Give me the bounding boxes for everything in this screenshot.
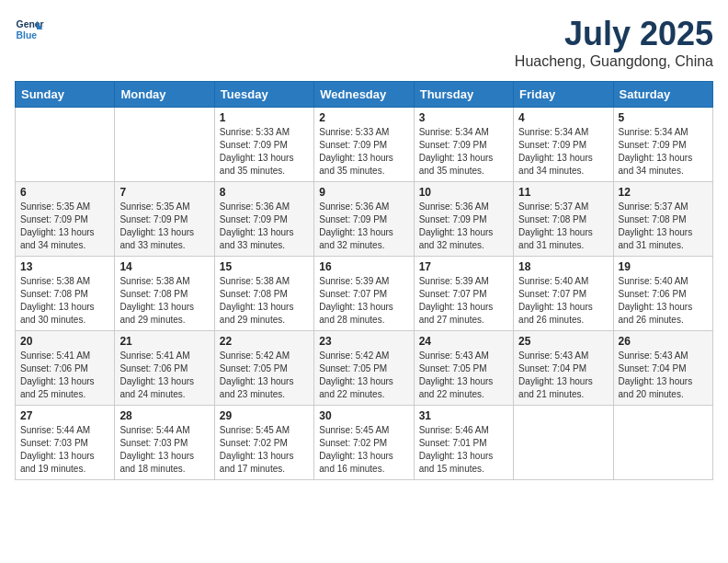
- day-number: 20: [20, 335, 109, 348]
- calendar-cell: 24Sunrise: 5:43 AMSunset: 7:05 PMDayligh…: [414, 331, 513, 406]
- month-title: July 2025: [515, 15, 713, 53]
- calendar-week-row: 1Sunrise: 5:33 AMSunset: 7:09 PMDaylight…: [16, 108, 713, 182]
- day-info: Sunrise: 5:39 AMSunset: 7:07 PMDaylight:…: [419, 275, 508, 327]
- calendar-cell: 4Sunrise: 5:34 AMSunset: 7:09 PMDaylight…: [514, 108, 613, 182]
- weekday-header: Friday: [514, 82, 613, 108]
- calendar-cell: 25Sunrise: 5:43 AMSunset: 7:04 PMDayligh…: [514, 331, 613, 406]
- day-info: Sunrise: 5:45 AMSunset: 7:02 PMDaylight:…: [220, 424, 309, 476]
- day-number: 12: [619, 186, 708, 199]
- day-number: 10: [419, 186, 508, 199]
- calendar-week-row: 13Sunrise: 5:38 AMSunset: 7:08 PMDayligh…: [16, 257, 713, 331]
- day-info: Sunrise: 5:42 AMSunset: 7:05 PMDaylight:…: [319, 350, 408, 401]
- calendar-cell: [16, 108, 115, 182]
- day-info: Sunrise: 5:38 AMSunset: 7:08 PMDaylight:…: [119, 275, 209, 327]
- calendar-cell: 31Sunrise: 5:46 AMSunset: 7:01 PMDayligh…: [414, 406, 513, 480]
- day-info: Sunrise: 5:43 AMSunset: 7:04 PMDaylight:…: [619, 350, 708, 401]
- day-info: Sunrise: 5:34 AMSunset: 7:09 PMDaylight:…: [518, 126, 608, 178]
- day-number: 14: [119, 260, 209, 273]
- calendar-cell: 22Sunrise: 5:42 AMSunset: 7:05 PMDayligh…: [214, 331, 313, 406]
- day-number: 24: [419, 335, 508, 348]
- day-info: Sunrise: 5:38 AMSunset: 7:08 PMDaylight:…: [20, 275, 109, 327]
- weekday-header: Saturday: [613, 82, 712, 108]
- logo-icon: General Blue: [15, 15, 44, 44]
- logo: General Blue: [15, 15, 44, 44]
- calendar-cell: 21Sunrise: 5:41 AMSunset: 7:06 PMDayligh…: [115, 331, 214, 406]
- calendar-cell: 16Sunrise: 5:39 AMSunset: 7:07 PMDayligh…: [314, 257, 414, 331]
- day-number: 16: [319, 260, 408, 273]
- svg-text:Blue: Blue: [17, 30, 38, 40]
- day-info: Sunrise: 5:41 AMSunset: 7:06 PMDaylight:…: [119, 350, 209, 401]
- weekday-header: Sunday: [16, 82, 115, 108]
- day-info: Sunrise: 5:35 AMSunset: 7:09 PMDaylight:…: [119, 201, 209, 252]
- calendar-cell: 13Sunrise: 5:38 AMSunset: 7:08 PMDayligh…: [16, 257, 115, 331]
- calendar-table: SundayMondayTuesdayWednesdayThursdayFrid…: [15, 81, 713, 480]
- day-number: 22: [220, 335, 309, 348]
- day-number: 26: [619, 335, 708, 348]
- weekday-header: Wednesday: [314, 82, 414, 108]
- day-number: 31: [419, 409, 508, 422]
- calendar-cell: 28Sunrise: 5:44 AMSunset: 7:03 PMDayligh…: [115, 406, 214, 480]
- calendar-cell: 17Sunrise: 5:39 AMSunset: 7:07 PMDayligh…: [414, 257, 513, 331]
- calendar-cell: 30Sunrise: 5:45 AMSunset: 7:02 PMDayligh…: [314, 406, 414, 480]
- day-number: 4: [518, 111, 608, 124]
- day-number: 23: [319, 335, 408, 348]
- day-number: 27: [20, 409, 109, 422]
- calendar-cell: 3Sunrise: 5:34 AMSunset: 7:09 PMDaylight…: [414, 108, 513, 182]
- calendar-cell: 7Sunrise: 5:35 AMSunset: 7:09 PMDaylight…: [115, 182, 214, 257]
- day-info: Sunrise: 5:37 AMSunset: 7:08 PMDaylight:…: [518, 201, 608, 252]
- day-number: 29: [220, 409, 309, 422]
- day-number: 28: [119, 409, 209, 422]
- day-info: Sunrise: 5:43 AMSunset: 7:04 PMDaylight:…: [518, 350, 608, 401]
- weekday-header: Monday: [115, 82, 214, 108]
- day-info: Sunrise: 5:36 AMSunset: 7:09 PMDaylight:…: [419, 201, 508, 252]
- calendar-cell: [613, 406, 712, 480]
- calendar-cell: 20Sunrise: 5:41 AMSunset: 7:06 PMDayligh…: [16, 331, 115, 406]
- calendar-cell: 14Sunrise: 5:38 AMSunset: 7:08 PMDayligh…: [115, 257, 214, 331]
- day-info: Sunrise: 5:33 AMSunset: 7:09 PMDaylight:…: [220, 126, 309, 178]
- day-info: Sunrise: 5:33 AMSunset: 7:09 PMDaylight:…: [319, 126, 408, 178]
- day-info: Sunrise: 5:38 AMSunset: 7:08 PMDaylight:…: [220, 275, 309, 327]
- day-number: 8: [220, 186, 309, 199]
- day-info: Sunrise: 5:34 AMSunset: 7:09 PMDaylight:…: [419, 126, 508, 178]
- calendar-cell: 5Sunrise: 5:34 AMSunset: 7:09 PMDaylight…: [613, 108, 712, 182]
- calendar-week-row: 27Sunrise: 5:44 AMSunset: 7:03 PMDayligh…: [16, 406, 713, 480]
- day-info: Sunrise: 5:34 AMSunset: 7:09 PMDaylight:…: [619, 126, 708, 178]
- day-info: Sunrise: 5:43 AMSunset: 7:05 PMDaylight:…: [419, 350, 508, 401]
- calendar-cell: 9Sunrise: 5:36 AMSunset: 7:09 PMDaylight…: [314, 182, 414, 257]
- day-info: Sunrise: 5:40 AMSunset: 7:06 PMDaylight:…: [619, 275, 708, 327]
- day-number: 1: [220, 111, 309, 124]
- calendar-cell: 23Sunrise: 5:42 AMSunset: 7:05 PMDayligh…: [314, 331, 414, 406]
- day-info: Sunrise: 5:44 AMSunset: 7:03 PMDaylight:…: [119, 424, 209, 476]
- calendar-week-row: 20Sunrise: 5:41 AMSunset: 7:06 PMDayligh…: [16, 331, 713, 406]
- day-number: 25: [518, 335, 608, 348]
- day-info: Sunrise: 5:46 AMSunset: 7:01 PMDaylight:…: [419, 424, 508, 476]
- day-number: 18: [518, 260, 608, 273]
- day-info: Sunrise: 5:42 AMSunset: 7:05 PMDaylight:…: [220, 350, 309, 401]
- page-header: General Blue July 2025 Huacheng, Guangdo…: [15, 15, 713, 70]
- day-number: 11: [518, 186, 608, 199]
- day-number: 2: [319, 111, 408, 124]
- calendar-cell: 12Sunrise: 5:37 AMSunset: 7:08 PMDayligh…: [613, 182, 712, 257]
- day-info: Sunrise: 5:37 AMSunset: 7:08 PMDaylight:…: [619, 201, 708, 252]
- day-info: Sunrise: 5:44 AMSunset: 7:03 PMDaylight:…: [20, 424, 109, 476]
- location-title: Huacheng, Guangdong, China: [515, 53, 713, 70]
- calendar-cell: [115, 108, 214, 182]
- calendar-cell: 18Sunrise: 5:40 AMSunset: 7:07 PMDayligh…: [514, 257, 613, 331]
- calendar-cell: 15Sunrise: 5:38 AMSunset: 7:08 PMDayligh…: [214, 257, 313, 331]
- calendar-cell: [514, 406, 613, 480]
- day-number: 6: [20, 186, 109, 199]
- weekday-header: Tuesday: [214, 82, 313, 108]
- title-block: July 2025 Huacheng, Guangdong, China: [515, 15, 713, 70]
- day-number: 5: [619, 111, 708, 124]
- day-number: 21: [119, 335, 209, 348]
- day-number: 17: [419, 260, 508, 273]
- day-info: Sunrise: 5:45 AMSunset: 7:02 PMDaylight:…: [319, 424, 408, 476]
- day-number: 3: [419, 111, 508, 124]
- day-number: 30: [319, 409, 408, 422]
- day-info: Sunrise: 5:36 AMSunset: 7:09 PMDaylight:…: [319, 201, 408, 252]
- calendar-cell: 27Sunrise: 5:44 AMSunset: 7:03 PMDayligh…: [16, 406, 115, 480]
- calendar-cell: 26Sunrise: 5:43 AMSunset: 7:04 PMDayligh…: [613, 331, 712, 406]
- calendar-cell: 19Sunrise: 5:40 AMSunset: 7:06 PMDayligh…: [613, 257, 712, 331]
- calendar-cell: 1Sunrise: 5:33 AMSunset: 7:09 PMDaylight…: [214, 108, 313, 182]
- day-number: 7: [119, 186, 209, 199]
